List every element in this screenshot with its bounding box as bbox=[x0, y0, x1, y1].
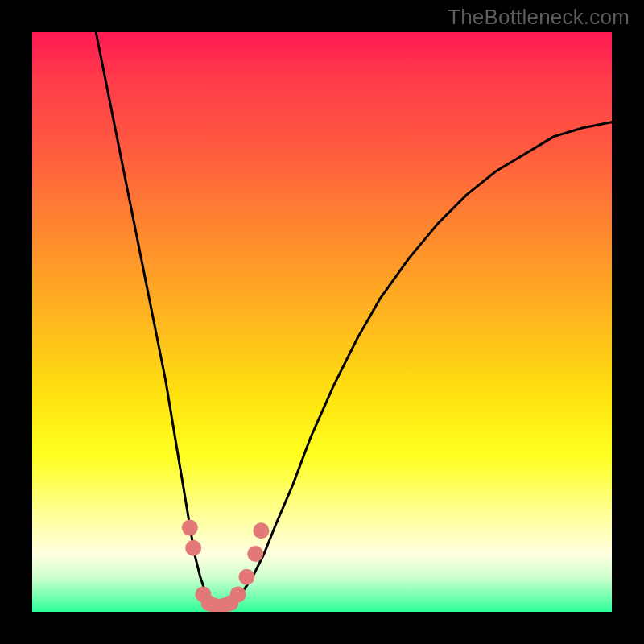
chart-frame: TheBottleneck.com bbox=[0, 0, 644, 644]
curve-line bbox=[96, 32, 612, 612]
data-marker bbox=[230, 586, 246, 602]
data-marker bbox=[238, 569, 254, 585]
data-marker bbox=[247, 546, 263, 562]
watermark-text: TheBottleneck.com bbox=[448, 5, 630, 30]
data-marker bbox=[185, 540, 201, 556]
plot-area bbox=[32, 32, 612, 612]
chart-svg bbox=[32, 32, 612, 612]
data-marker bbox=[253, 522, 269, 539]
marker-group bbox=[182, 520, 270, 612]
data-marker bbox=[182, 520, 198, 536]
